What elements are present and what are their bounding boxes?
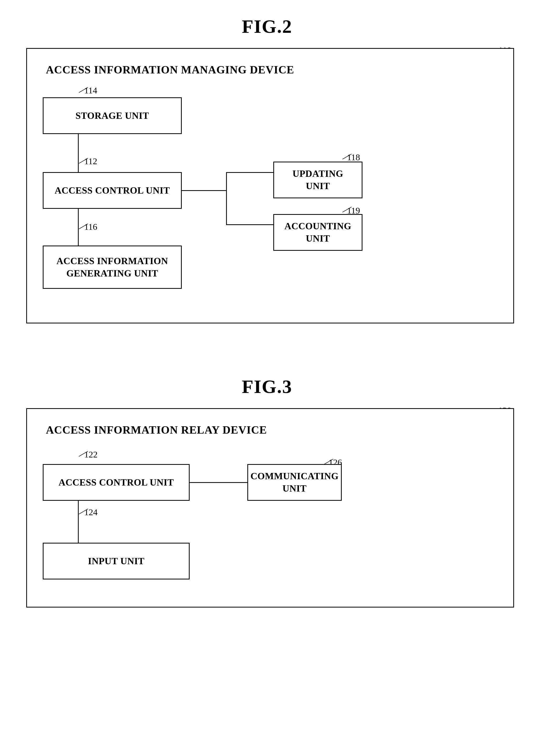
line-junction-to-updating	[226, 172, 273, 173]
communicating-unit-box: COMMUNICATING UNIT	[247, 464, 342, 501]
access-control-unit-box: ACCESS CONTROL UNIT	[43, 172, 182, 209]
fig2-diagram: ACCESS INFORMATION MANAGING DEVICE 114 S…	[26, 48, 514, 323]
fig3-line-acu-to-input	[78, 501, 79, 543]
line-junction-vertical	[226, 172, 227, 225]
fig2-aig-ref: 116	[84, 222, 97, 232]
fig3-input-ref: 124	[84, 507, 97, 517]
fig3-acu-ref: 122	[84, 449, 97, 460]
line-acu-to-junction	[182, 190, 227, 191]
line-junction-to-accounting	[226, 224, 273, 225]
storage-unit-box: STORAGE UNIT	[43, 97, 182, 134]
line-acu-to-aig	[78, 209, 79, 246]
fig2-storage-ref: 114	[84, 86, 97, 95]
fig3-diagram: ACCESS INFORMATION RELAY DEVICE 122 ACCE…	[26, 408, 514, 608]
updating-unit-box: UPDATING UNIT	[273, 162, 362, 198]
fig2-diagram-label: ACCESS INFORMATION MANAGING DEVICE	[37, 56, 304, 76]
fig2-updating-ref: 118	[347, 152, 360, 162]
fig3-diagram-label: ACCESS INFORMATION RELAY DEVICE	[37, 416, 277, 436]
line-storage-to-acu	[78, 134, 79, 172]
fig2-acu-ref: 112	[84, 156, 97, 166]
input-unit-box: INPUT UNIT	[43, 543, 190, 580]
fig2-title: FIG.2	[21, 16, 513, 38]
fig3-access-control-unit-box: ACCESS CONTROL UNIT	[43, 464, 190, 501]
fig3-line-acu-to-comm	[190, 482, 247, 483]
page: FIG.2 110 ACCESS INFORMATION MANAGING DE…	[0, 0, 534, 756]
access-info-gen-unit-box: ACCESS INFORMATION GENERATING UNIT	[43, 246, 182, 289]
accounting-unit-box: ACCOUNTING UNIT	[273, 214, 362, 251]
fig3-title: FIG.3	[21, 376, 513, 398]
